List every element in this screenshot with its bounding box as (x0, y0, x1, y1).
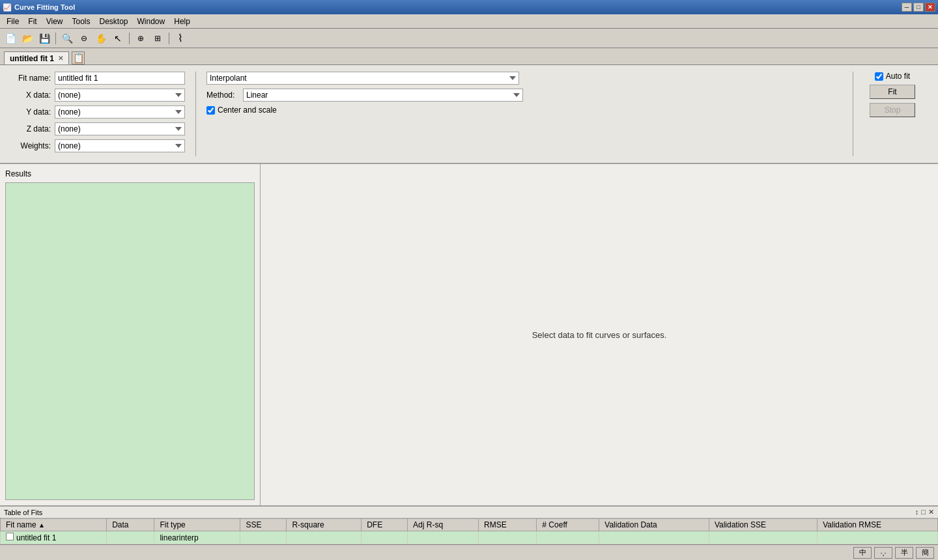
table-expand-button[interactable]: ↕ (915, 508, 919, 516)
center-scale-row: Center and scale (206, 105, 842, 115)
menu-window[interactable]: Window (134, 16, 169, 27)
x-data-row: X data: (none) (12, 89, 185, 102)
weights-label: Weights: (12, 141, 51, 150)
menu-help[interactable]: Help (170, 16, 194, 27)
fit-name-input[interactable] (55, 72, 185, 85)
cell-fit-type: linearinterp (154, 531, 240, 544)
results-content (5, 182, 255, 500)
center-scale-label: Center and scale (218, 105, 277, 115)
toolbar-zoom-out[interactable]: ⊖ (76, 31, 92, 46)
autofit-label: Auto fit (886, 72, 910, 81)
y-data-select[interactable]: (none) (55, 105, 185, 119)
z-data-select[interactable]: (none) (55, 122, 185, 135)
restore-button[interactable]: □ (913, 3, 924, 12)
col-rmse[interactable]: RMSE (479, 519, 537, 531)
toolbar-pan[interactable]: ✋ (93, 31, 109, 46)
col-val-data[interactable]: Validation Data (599, 519, 709, 531)
table-close-button[interactable]: ✕ (928, 508, 934, 516)
y-data-row: Y data: (none) (12, 105, 185, 119)
toolbar: 📄 📂 💾 🔍 ⊖ ✋ ↖ ⊕ ⊞ ⌇ (0, 29, 938, 48)
fit-type-section: Interpolant Polynomial Smoothing Spline … (196, 72, 853, 156)
x-data-select[interactable]: (none) (55, 89, 185, 102)
bottom-btn-simp[interactable]: 簡 (916, 547, 934, 559)
toolbar-sep-1 (55, 33, 56, 44)
cell-val-sse (709, 531, 817, 544)
center-scale-checkbox[interactable] (206, 106, 215, 115)
col-sse[interactable]: SSE (240, 519, 287, 531)
toolbar-zoom-in[interactable]: 🔍 (59, 31, 75, 46)
toolbar-curve[interactable]: ⌇ (173, 31, 188, 46)
top-panel: Fit name: X data: (none) Y data: (none) … (0, 65, 938, 164)
menu-file[interactable]: File (3, 16, 23, 27)
table-title: Table of Fits (4, 509, 42, 516)
menu-fit[interactable]: Fit (24, 16, 40, 27)
fit-name-label: Fit name: (12, 74, 51, 83)
menu-tools[interactable]: Tools (68, 16, 94, 27)
cell-fit-name: untitled fit 1 (1, 531, 107, 544)
fit-button[interactable]: Fit (870, 85, 915, 99)
interpolant-row: Interpolant Polynomial Smoothing Spline … (206, 72, 842, 85)
tab-close-button[interactable]: ✕ (58, 55, 63, 62)
weights-row: Weights: (none) (12, 139, 185, 152)
cell-val-rmse (817, 531, 938, 544)
title-bar-left: 📈 Curve Fitting Tool (3, 3, 75, 12)
toolbar-save[interactable]: 💾 (36, 31, 52, 46)
toolbar-grid[interactable]: ⊞ (150, 31, 165, 46)
menu-desktop[interactable]: Desktop (96, 16, 132, 27)
autofit-checkbox[interactable] (875, 72, 883, 81)
app-title: Curve Fitting Tool (14, 3, 75, 11)
autofit-row: Auto fit (875, 72, 910, 81)
col-adj-rsq[interactable]: Adj R-sq (408, 519, 479, 531)
results-panel: Results (0, 164, 261, 505)
col-fit-name[interactable]: Fit name ▲ (1, 519, 107, 531)
col-val-rmse[interactable]: Validation RMSE (817, 519, 938, 531)
cell-data (107, 531, 154, 544)
table-controls: ↕ □ ✕ (915, 508, 934, 516)
bottom-btn-zh[interactable]: 中 (853, 547, 872, 559)
toolbar-select[interactable]: ↖ (110, 31, 126, 46)
cell-num-coeff (537, 531, 599, 544)
minimize-button[interactable]: ─ (902, 3, 912, 12)
col-dfe[interactable]: DFE (362, 519, 408, 531)
stop-button[interactable]: Stop (870, 103, 915, 117)
table-maximize-button[interactable]: □ (921, 508, 926, 516)
z-data-row: Z data: (none) (12, 122, 185, 135)
close-button[interactable]: ✕ (925, 3, 935, 12)
menu-bar: File Fit View Tools Desktop Window Help (0, 14, 938, 29)
weights-select[interactable]: (none) (55, 139, 185, 152)
new-tab-button[interactable]: 📋 (72, 51, 85, 64)
data-selection-section: Fit name: X data: (none) Y data: (none) … (7, 72, 196, 156)
cell-rmse (479, 531, 537, 544)
cell-adj-rsq (408, 531, 479, 544)
bottom-btn-half[interactable]: 半 (895, 547, 913, 559)
method-select[interactable]: Linear Cubic Spline PCHIP (243, 89, 523, 102)
cell-val-data (599, 531, 709, 544)
col-r-square[interactable]: R-square (287, 519, 362, 531)
toolbar-new[interactable]: 📄 (3, 31, 18, 46)
fits-table: Fit name ▲ Data Fit type SSE R-square DF… (0, 518, 938, 544)
fit-name-row: Fit name: (12, 72, 185, 85)
cell-sse (240, 531, 287, 544)
toolbar-sep-2 (129, 33, 130, 44)
menu-view[interactable]: View (42, 16, 67, 27)
toolbar-open[interactable]: 📂 (20, 31, 35, 46)
cell-r-square (287, 531, 362, 544)
col-data[interactable]: Data (107, 519, 154, 531)
tab-untitled-fit-1[interactable]: untitled fit 1 ✕ (4, 51, 69, 64)
bottom-btn-punct[interactable]: ·,· (874, 547, 892, 559)
col-num-coeff[interactable]: # Coeff (537, 519, 599, 531)
bottom-bar: 中 ·,· 半 簡 (0, 544, 938, 560)
col-val-sse[interactable]: Validation SSE (709, 519, 817, 531)
table-row[interactable]: untitled fit 1 linearinterp (1, 531, 938, 544)
z-data-label: Z data: (12, 124, 51, 133)
title-bar-controls[interactable]: ─ □ ✕ (902, 3, 935, 12)
cell-dfe (362, 531, 408, 544)
table-header-bar: Table of Fits ↕ □ ✕ (0, 506, 938, 518)
method-row: Method: Linear Cubic Spline PCHIP (206, 89, 842, 102)
toolbar-data-cursor[interactable]: ⊕ (133, 31, 149, 46)
title-bar: 📈 Curve Fitting Tool ─ □ ✕ (0, 0, 938, 14)
results-title: Results (5, 169, 255, 178)
fit-type-select[interactable]: Interpolant Polynomial Smoothing Spline … (206, 72, 519, 85)
col-fit-type[interactable]: Fit type (154, 519, 240, 531)
tab-bar: untitled fit 1 ✕ 📋 (0, 48, 938, 65)
